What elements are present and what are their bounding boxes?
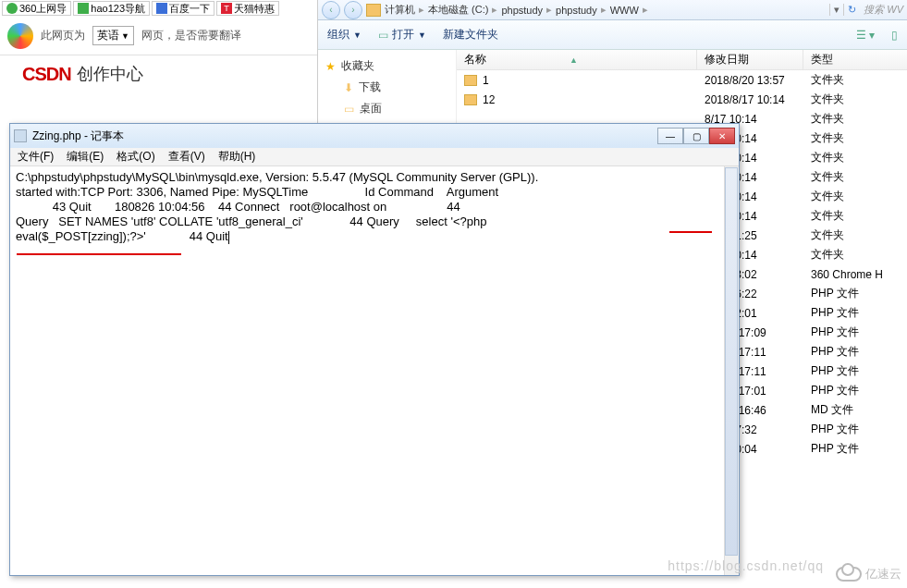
- file-type: MD 文件: [803, 402, 907, 418]
- file-type: 360 Chrome H: [803, 268, 907, 281]
- file-type: PHP 文件: [803, 383, 907, 398]
- crumb-sep-icon: ▸: [546, 4, 552, 16]
- menu-help[interactable]: 帮助(H): [218, 149, 256, 165]
- tab-label: 360上网导: [19, 2, 67, 16]
- language-select[interactable]: 英语▼: [92, 26, 134, 45]
- nav-back-button[interactable]: ‹: [322, 1, 340, 19]
- view-options-button[interactable]: ☰ ▾: [856, 29, 875, 42]
- folder-icon: [464, 75, 477, 86]
- file-type: 文件夹: [803, 247, 907, 263]
- file-type: 文件夹: [803, 169, 907, 185]
- tab-icon: [6, 3, 18, 14]
- folder-icon: [464, 94, 477, 105]
- folder-icon: ⬇: [344, 81, 353, 94]
- crumb-sep-icon: ▸: [643, 4, 648, 16]
- tab-tmall[interactable]: T天猫特惠: [216, 1, 279, 16]
- organize-button[interactable]: 组织▼: [327, 27, 362, 43]
- crumb-sep-icon: ▸: [419, 4, 424, 16]
- notepad-icon: [14, 129, 27, 142]
- annotation-underline: [669, 231, 712, 233]
- file-type: PHP 文件: [803, 305, 907, 321]
- chevron-down-icon: ▼: [121, 31, 129, 41]
- file-name: 1: [483, 74, 489, 87]
- menu-view[interactable]: 查看(V): [168, 149, 205, 165]
- open-label: 打开: [392, 27, 414, 43]
- address-dropdown[interactable]: ▾: [829, 4, 844, 16]
- sidebar-downloads[interactable]: ⬇下载: [318, 77, 456, 98]
- desktop-icon: ▭: [344, 103, 354, 116]
- preview-pane-button[interactable]: ▯: [891, 29, 898, 42]
- minimize-button[interactable]: —: [657, 128, 683, 144]
- open-button[interactable]: ▭打开▼: [378, 27, 426, 43]
- text-cursor: [228, 231, 229, 244]
- new-folder-button[interactable]: 新建文件夹: [443, 27, 498, 43]
- file-type: PHP 文件: [803, 441, 907, 457]
- menu-format[interactable]: 格式(O): [116, 149, 154, 165]
- file-type: 文件夹: [803, 150, 907, 165]
- file-type: 文件夹: [803, 72, 907, 88]
- tab-baidu[interactable]: 百度一下: [152, 1, 214, 16]
- browser-logo-icon: [7, 23, 33, 49]
- notepad-titlebar[interactable]: Zzing.php - 记事本 — ▢ ✕: [10, 124, 739, 148]
- tab-label: 天猫特惠: [234, 2, 275, 16]
- file-type: 文件夹: [803, 208, 907, 224]
- tab-360nav[interactable]: 360上网导: [2, 1, 71, 16]
- table-row[interactable]: 122018/8/17 10:14文件夹: [457, 90, 907, 109]
- menu-edit[interactable]: 编辑(E): [67, 149, 104, 165]
- chevron-down-icon: ▼: [353, 31, 362, 40]
- csdn-logo: CSDN: [22, 64, 71, 85]
- notepad-menubar: 文件(F) 编辑(E) 格式(O) 查看(V) 帮助(H): [10, 148, 739, 166]
- tab-icon: T: [221, 3, 232, 14]
- star-icon: ★: [325, 60, 336, 73]
- csdn-title: 创作中心: [77, 63, 143, 85]
- cloud-icon: [836, 567, 862, 582]
- file-type: PHP 文件: [803, 422, 907, 437]
- tab-icon: [156, 3, 167, 14]
- breadcrumb[interactable]: 计算机: [385, 3, 415, 17]
- col-type-header[interactable]: 类型: [803, 50, 907, 69]
- col-date-header[interactable]: 修改日期: [697, 50, 803, 69]
- scrollbar[interactable]: [724, 166, 739, 575]
- file-type: 文件夹: [803, 111, 907, 127]
- maximize-button[interactable]: ▢: [683, 128, 709, 144]
- sort-arrow-icon: ▲: [570, 55, 578, 65]
- col-label: 名称: [464, 52, 486, 67]
- yisu-logo: 亿速云: [836, 566, 901, 582]
- sidebar-label: 下载: [359, 80, 381, 95]
- file-name: 12: [483, 93, 495, 106]
- close-button[interactable]: ✕: [709, 128, 735, 144]
- chevron-down-icon: ▼: [418, 31, 426, 40]
- breadcrumb[interactable]: WWW: [610, 5, 639, 16]
- nav-forward-button[interactable]: ›: [344, 1, 362, 19]
- annotation-underline: [17, 253, 181, 255]
- search-input[interactable]: 搜索 WV: [860, 3, 903, 17]
- table-row[interactable]: 12018/8/20 13:57文件夹: [457, 70, 907, 90]
- file-type: PHP 文件: [803, 286, 907, 301]
- sidebar-desktop[interactable]: ▭桌面: [318, 98, 456, 119]
- sidebar-favorites[interactable]: ★收藏夹: [318, 55, 456, 77]
- language-label: 英语: [97, 28, 119, 43]
- translate-suffix: 网页，是否需要翻译: [141, 28, 241, 43]
- file-type: 文件夹: [803, 227, 907, 243]
- notepad-text-area[interactable]: C:\phpstudy\phpstudy\MySQL\bin\mysqld.ex…: [10, 166, 739, 575]
- crumb-sep-icon: ▸: [492, 4, 497, 16]
- tab-hao123[interactable]: hao123导航: [73, 1, 150, 16]
- open-icon: ▭: [378, 29, 388, 42]
- sidebar-label: 收藏夹: [341, 58, 374, 74]
- sidebar-label: 桌面: [360, 101, 382, 116]
- breadcrumb[interactable]: phpstudy: [556, 5, 597, 16]
- scrollbar-thumb[interactable]: [725, 167, 738, 556]
- notepad-content: C:\phpstudy\phpstudy\MySQL\bin\mysqld.ex…: [16, 170, 538, 243]
- tab-label: hao123导航: [91, 2, 145, 16]
- crumb-sep-icon: ▸: [601, 4, 607, 16]
- col-name-header[interactable]: 名称▲: [457, 50, 697, 69]
- column-headers: 名称▲ 修改日期 类型: [457, 50, 907, 70]
- breadcrumb[interactable]: 本地磁盘 (C:): [428, 3, 488, 17]
- translate-prefix: 此网页为: [41, 28, 85, 43]
- file-type: 文件夹: [803, 130, 907, 146]
- breadcrumb[interactable]: phpstudy: [501, 5, 543, 16]
- refresh-icon[interactable]: ↻: [848, 4, 856, 16]
- tab-label: 百度一下: [169, 2, 210, 16]
- menu-file[interactable]: 文件(F): [18, 149, 54, 165]
- yisu-text: 亿速云: [865, 566, 901, 582]
